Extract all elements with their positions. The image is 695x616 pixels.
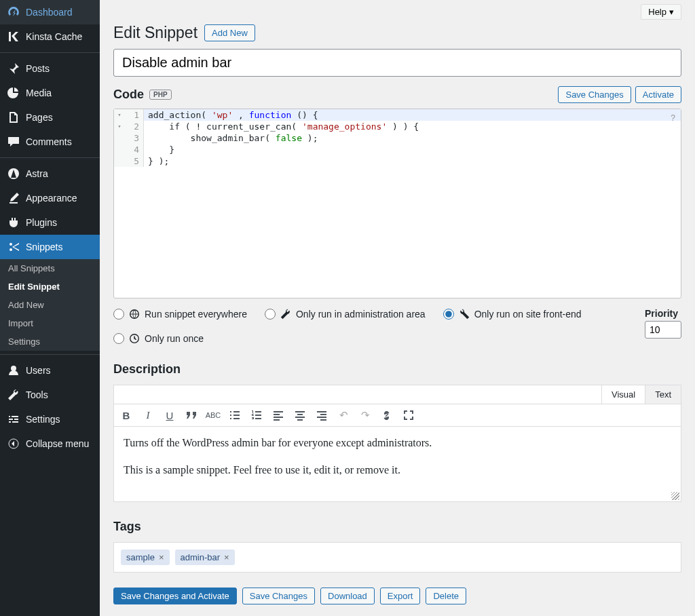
sidebar-item-label: Appearance [26,193,77,204]
submenu-item-settings[interactable]: Settings [0,332,100,351]
sidebar-item-label: Snippets [26,242,62,252]
tools-icon [7,388,20,402]
download-button[interactable]: Download [320,588,375,604]
description-editor: Visual Text B I U ABC ↶ ↷ Turns off [113,385,681,502]
submenu-item-add-new[interactable]: Add New [0,296,100,314]
pages-icon [7,111,20,124]
scope-option[interactable]: Only run in administration area [265,308,426,320]
chevron-down-icon: ▾ [669,7,674,17]
scope-label: Only run on site front-end [474,309,582,320]
sidebar-item-label: Collapse menu [26,438,89,449]
submenu-item-all-snippets[interactable]: All Snippets [0,259,100,277]
sidebar-item-pages[interactable]: Pages [0,105,100,130]
sidebar-item-astra[interactable]: Astra [0,161,100,186]
scope-radio[interactable] [113,333,124,344]
bold-icon[interactable]: B [119,408,133,422]
globe-icon [128,308,140,320]
scope-radio[interactable] [265,309,276,320]
resize-handle[interactable] [671,492,679,500]
scissors-icon [7,240,20,254]
sidebar-item-media[interactable]: Media [0,81,100,105]
sidebar-item-collapse-menu[interactable]: Collapse menu [0,431,100,456]
delete-button[interactable]: Delete [426,588,466,604]
sidebar-item-label: Posts [26,63,50,74]
scope-option[interactable]: Only run on site front-end [443,308,582,320]
description-label: Description [113,362,681,377]
undo-icon[interactable]: ↶ [337,408,350,422]
sidebar-item-label: Settings [26,414,60,425]
priority-input[interactable] [645,321,681,339]
page-title: Edit Snippet [113,24,198,42]
align-right-icon[interactable] [315,408,328,422]
tag-remove-icon[interactable]: × [224,552,229,562]
scope-radio[interactable] [113,309,124,320]
underline-icon[interactable]: U [163,408,176,422]
collapse-icon [7,437,20,450]
italic-icon[interactable]: I [141,408,155,422]
wrench-icon [280,308,292,320]
strikethrough-icon[interactable]: ABC [206,408,220,422]
code-help-icon[interactable]: ? [671,113,675,123]
align-center-icon[interactable] [293,408,307,422]
quote-icon[interactable] [185,408,198,422]
save-and-activate-button[interactable]: Save Changes and Activate [113,588,237,604]
scope-option[interactable]: Run snippet everywhere [113,308,247,320]
main-content: Help▾ Edit Snippet Add New Code PHP Save… [100,0,695,616]
sidebar-item-posts[interactable]: Posts [0,56,100,81]
export-button[interactable]: Export [380,588,421,604]
bullet-list-icon[interactable] [228,408,242,422]
sidebar-item-label: Pages [26,112,53,123]
sidebar-item-label: Tools [26,389,48,400]
number-list-icon[interactable] [250,408,263,422]
clock-icon [128,332,140,345]
save-changes-button[interactable]: Save Changes [558,86,631,103]
tab-visual[interactable]: Visual [601,385,645,404]
sidebar-item-appearance[interactable]: Appearance [0,186,100,210]
help-button[interactable]: Help▾ [641,4,681,20]
save-button[interactable]: Save Changes [242,588,315,604]
tag: admin-bar× [175,550,235,565]
sidebar-item-label: Astra [26,168,48,179]
plugin-icon [7,216,20,229]
sidebar-item-users[interactable]: Users [0,358,100,383]
sidebar-item-label: Dashboard [26,7,73,18]
comments-icon [7,135,20,149]
editor-content[interactable]: Turns off the WordPress admin bar for ev… [114,427,681,501]
fullscreen-icon[interactable] [402,408,415,422]
sidebar-item-tools[interactable]: Tools [0,383,100,407]
snippet-title-input[interactable] [113,49,681,77]
media-icon [7,86,20,100]
dashboard-icon [7,5,20,19]
sidebar-item-dashboard[interactable]: Dashboard [0,0,100,24]
sidebar-item-settings[interactable]: Settings [0,407,100,431]
sidebar-item-label: Kinsta Cache [26,31,82,42]
tag-remove-icon[interactable]: × [159,552,164,562]
submenu-item-edit-snippet[interactable]: Edit Snippet [0,277,100,296]
admin-sidebar: DashboardKinsta CachePostsMediaPagesComm… [0,0,100,616]
editor-paragraph: This is a sample snippet. Feel free to u… [124,462,671,478]
sidebar-item-plugins[interactable]: Plugins [0,210,100,235]
activate-button[interactable]: Activate [635,86,681,103]
add-new-button[interactable]: Add New [204,24,255,41]
redo-icon[interactable]: ↷ [358,408,372,422]
tab-text[interactable]: Text [645,385,681,404]
scope-label: Only run once [145,333,204,344]
sidebar-item-kinsta-cache[interactable]: Kinsta Cache [0,24,100,49]
sidebar-item-label: Media [26,88,52,98]
tag: sample× [121,550,170,565]
settings-icon [7,412,20,426]
tag-label: sample [126,552,155,562]
users-icon [7,364,20,377]
sidebar-item-snippets[interactable]: Snippets [0,235,100,259]
scope-radio[interactable] [443,309,454,320]
link-icon[interactable] [380,408,394,422]
language-badge: PHP [149,90,172,100]
sidebar-item-comments[interactable]: Comments [0,130,100,154]
scope-option[interactable]: Only run once [113,332,204,345]
submenu-item-import[interactable]: Import [0,314,100,332]
align-left-icon[interactable] [271,408,285,422]
tags-box[interactable]: sample×admin-bar× [113,542,681,573]
editor-toolbar: B I U ABC ↶ ↷ [114,404,681,427]
code-editor[interactable]: ▾1add_action( 'wp' , function () {▾2 if … [113,109,681,299]
sidebar-item-label: Users [26,365,51,376]
